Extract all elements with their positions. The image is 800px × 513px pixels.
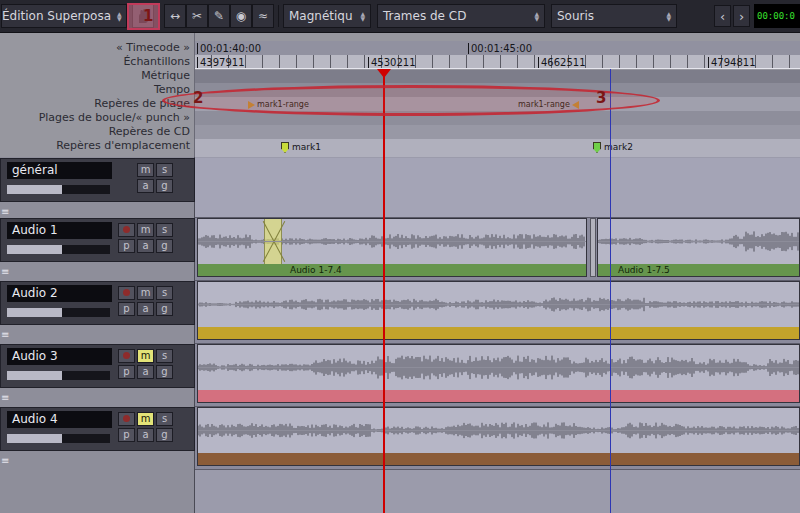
solo-button[interactable]: s [156,223,173,237]
track-resize-grip[interactable]: ≡ [1,393,9,403]
track-lane-audio3[interactable] [195,344,800,407]
solo-button[interactable]: s [156,163,173,177]
record-arm-button[interactable] [118,412,135,426]
stretch-tool-icon: ≈ [258,9,268,23]
sample-mark: 4530211 [368,57,416,68]
meter-ruler[interactable] [195,70,800,83]
solo-button[interactable]: s [156,349,173,363]
track-lane-audio2[interactable] [195,281,800,344]
gain-fader[interactable] [7,185,110,194]
mouse-mode-select[interactable]: Souris ▲▼ [551,4,677,28]
group-button[interactable]: g [156,239,173,253]
playlist-button[interactable]: p [118,239,135,253]
track-name-field[interactable]: Audio 4 [7,411,112,428]
region-edge-strip[interactable] [590,218,596,277]
mute-button[interactable]: m [137,286,154,300]
ruler-label-meter[interactable]: Métrique [0,69,190,83]
automation-button[interactable]: a [137,179,154,193]
playlist-button[interactable]: p [118,302,135,316]
track-resize-grip[interactable]: ≡ [1,267,9,277]
ruler-label-cd-markers[interactable]: Repères de CD [0,125,190,139]
stretch-tool-button[interactable]: ≈ [252,4,274,28]
automation-button[interactable]: a [137,365,154,379]
timeline-canvas[interactable]: Audio 1-7.4 Audio 1-7.5 [195,157,800,513]
transport-clock[interactable]: 00:00:0 [754,4,800,28]
ruler-label-loop-punch[interactable]: Plages de boucle/« punch » [0,111,190,125]
audio-region-audio2[interactable] [197,281,800,340]
automation-button[interactable]: a [137,302,154,316]
spinner-arrows-icon[interactable]: ▲▼ [534,11,539,21]
audio-region-audio3[interactable] [197,344,800,403]
playlist-button[interactable]: p [118,428,135,442]
track-lane-audio4[interactable] [195,407,800,470]
toolbar-separator [278,5,279,27]
audition-tool-button[interactable]: ◉ [230,4,252,28]
audio-region-audio4[interactable] [197,407,800,466]
spinner-arrows-icon[interactable]: ▲▼ [360,11,365,21]
gain-fader[interactable] [7,371,110,380]
track-header-general[interactable]: général m s a g [0,158,195,202]
record-arm-button[interactable] [118,286,135,300]
gain-fader[interactable] [7,245,110,254]
draw-tool-button[interactable]: ✎ [208,4,230,28]
track-header-audio2[interactable]: Audio 2 m s p a g [0,281,195,325]
track-name-field[interactable]: général [7,162,112,179]
location-marker-mark1[interactable]: mark1 [281,142,321,153]
track-lane-audio1[interactable]: Audio 1-7.4 Audio 1-7.5 [195,218,800,281]
track-header-audio1[interactable]: Audio 1 m s p a g [0,218,195,262]
audio-region-audio1-75[interactable]: Audio 1-7.5 [597,218,800,277]
solo-button[interactable]: s [156,412,173,426]
playhead-line[interactable] [383,76,385,513]
ruler-label-samples[interactable]: Échantillons [0,55,190,69]
automation-button[interactable]: a [137,428,154,442]
nav-next-button[interactable]: › [733,5,750,27]
group-button[interactable]: g [156,365,173,379]
track-header-audio4[interactable]: Audio 4 m s p a g [0,407,195,451]
track-lane-general[interactable] [195,158,800,218]
spinner-arrows-icon[interactable]: ▲▼ [117,11,122,21]
playlist-button[interactable]: p [118,365,135,379]
chevron-right-icon: › [739,9,744,24]
mute-button[interactable]: m [137,223,154,237]
group-button[interactable]: g [156,302,173,316]
track-name-field[interactable]: Audio 1 [7,222,112,239]
track-resize-grip[interactable]: ≡ [1,456,9,466]
solo-button[interactable]: s [156,286,173,300]
mute-button-active[interactable]: m [137,412,154,426]
edit-point-line[interactable] [610,69,611,513]
track-resize-grip[interactable]: ≡ [1,330,9,340]
region-name: Audio 1-7.5 [598,264,799,276]
spinner-arrows-icon[interactable]: ▲▼ [666,11,671,21]
automation-button[interactable]: a [137,239,154,253]
record-arm-button[interactable] [118,349,135,363]
audio-region-audio1-74[interactable]: Audio 1-7.4 [197,218,587,277]
cut-tool-button[interactable]: ✂ [186,4,208,28]
marker-flag-icon [281,142,289,153]
annotation-step-1: 1 [143,7,153,25]
annotation-ellipse [162,85,660,116]
snap-mode-select[interactable]: Magnétiqu ▲▼ [283,4,371,28]
location-marker-mark2[interactable]: mark2 [593,142,633,153]
ruler-label-timecode[interactable]: « Timecode » [0,41,190,55]
nav-prev-button[interactable]: ‹ [714,5,731,27]
crossfade[interactable] [264,219,282,264]
track-name-field[interactable]: Audio 2 [7,285,112,302]
track-name-field[interactable]: Audio 3 [7,348,112,365]
group-button[interactable]: g [156,179,173,193]
track-header-audio3[interactable]: Audio 3 m s p a g [0,344,195,388]
ruler-label-location-markers[interactable]: Repères d'emplacement [0,139,190,153]
record-arm-button[interactable] [118,223,135,237]
cd-marker-ruler[interactable] [195,125,800,139]
mute-button-active[interactable]: m [137,349,154,363]
range-tool-button[interactable]: ↔ [164,4,186,28]
edit-mode-label: Édition Superposa [2,9,111,23]
snap-unit-label: Trames de CD [383,9,466,23]
gain-fader[interactable] [7,434,110,443]
group-button[interactable]: g [156,428,173,442]
gain-fader[interactable] [7,308,110,317]
edit-mode-select[interactable]: Édition Superposa ▲▼ [1,4,127,28]
ruler-label-tempo[interactable]: Tempo [0,83,190,97]
mute-button[interactable]: m [137,163,154,177]
snap-unit-select[interactable]: Trames de CD ▲▼ [377,4,545,28]
track-resize-grip[interactable]: ≡ [1,207,9,217]
